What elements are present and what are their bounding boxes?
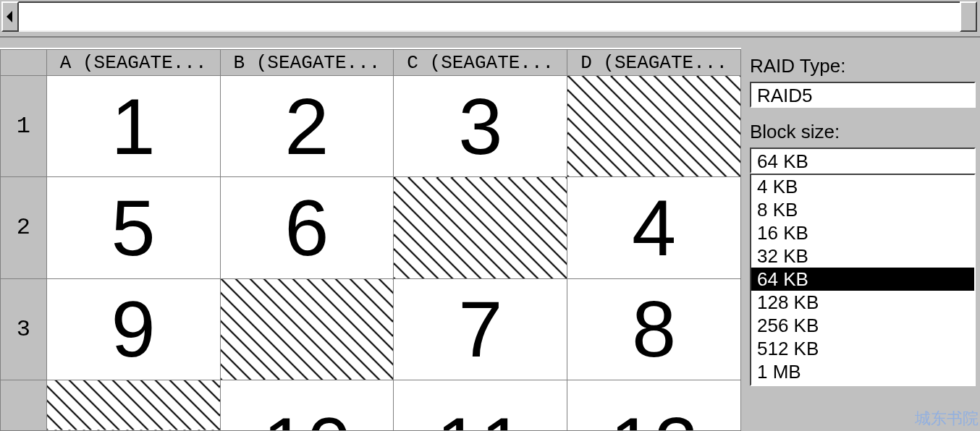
scrollbar-track[interactable]	[1, 1, 977, 32]
block-cell[interactable]: 3	[394, 76, 567, 177]
block-size-select[interactable]: 64 KB	[750, 148, 976, 174]
block-size-option[interactable]: 256 KB	[751, 314, 974, 337]
raid-type-label: RAID Type:	[750, 55, 976, 77]
scroll-right-button[interactable]	[960, 1, 977, 32]
column-header-a[interactable]: A (SEAGATE...	[46, 50, 220, 76]
parity-cell[interactable]	[567, 76, 741, 177]
block-cell[interactable]: 1	[46, 76, 220, 177]
block-size-option[interactable]: 32 KB	[751, 244, 974, 268]
horizontal-scrollbar[interactable]	[0, 0, 980, 38]
block-cell[interactable]: 11	[394, 380, 567, 430]
block-size-label: Block size:	[750, 121, 976, 143]
parity-cell[interactable]	[394, 177, 567, 278]
scroll-left-button[interactable]	[1, 1, 19, 32]
raid-type-select[interactable]: RAID5	[750, 82, 976, 108]
parity-cell[interactable]	[46, 380, 220, 430]
block-size-option[interactable]: 16 KB	[751, 221, 974, 244]
block-size-option[interactable]: 1 MB	[751, 360, 974, 383]
raid-layout-grid: A (SEAGATE... B (SEAGATE... C (SEAGATE..…	[0, 48, 741, 431]
block-cell[interactable]: 2	[220, 76, 394, 177]
block-cell[interactable]: 4	[567, 177, 741, 278]
block-cell[interactable]: 8	[567, 278, 741, 380]
block-cell[interactable]: 5	[46, 177, 220, 278]
block-size-option[interactable]: 8 KB	[751, 198, 974, 221]
row-header-3[interactable]: 3	[1, 278, 47, 380]
raid-settings-panel: RAID Type: RAID5 Block size: 64 KB 4 KB8…	[741, 48, 980, 431]
column-header-c[interactable]: C (SEAGATE...	[394, 50, 567, 76]
grid-corner	[1, 50, 47, 76]
block-cell[interactable]: 10	[220, 380, 394, 430]
column-header-b[interactable]: B (SEAGATE...	[220, 50, 394, 76]
block-size-option[interactable]: 512 KB	[751, 337, 974, 360]
chevron-left-icon	[7, 11, 14, 22]
block-size-option[interactable]: 64 KB	[751, 268, 974, 291]
watermark-text: 城东书院	[915, 408, 979, 430]
block-size-option[interactable]: 128 KB	[751, 291, 974, 314]
row-header-1[interactable]: 1	[1, 76, 47, 177]
svg-marker-0	[7, 11, 12, 22]
block-cell[interactable]: 6	[220, 177, 394, 278]
row-header-4[interactable]	[1, 380, 47, 430]
block-cell[interactable]: 7	[394, 278, 567, 380]
block-cell[interactable]: 9	[46, 278, 220, 380]
block-size-listbox[interactable]: 4 KB8 KB16 KB32 KB64 KB128 KB256 KB512 K…	[750, 174, 976, 386]
column-header-d[interactable]: D (SEAGATE...	[567, 50, 741, 76]
parity-cell[interactable]	[220, 278, 394, 380]
block-size-option[interactable]: 4 KB	[751, 175, 974, 198]
row-header-2[interactable]: 2	[1, 177, 47, 278]
block-cell[interactable]: 12	[567, 380, 741, 430]
